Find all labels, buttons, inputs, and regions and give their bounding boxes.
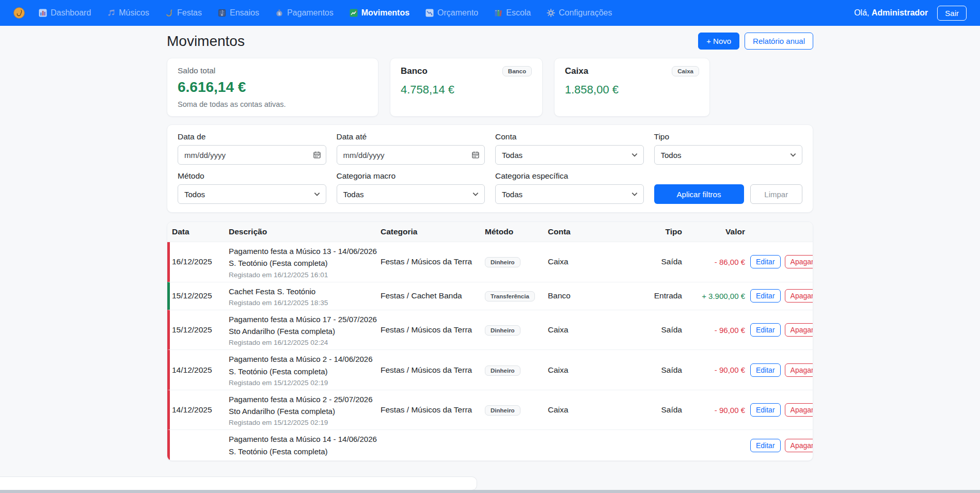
- movement-value: - 90,00 €: [682, 406, 745, 415]
- account-card-caixa: Caixa Caixa 1.858,00 €: [554, 58, 710, 117]
- movement-account: Caixa: [548, 405, 623, 415]
- col-header-valor: Valor: [682, 227, 745, 236]
- movement-registered-at: Registado em 15/12/2025 02:19: [229, 419, 381, 426]
- movement-type: Saída: [623, 257, 682, 266]
- apply-filters-button[interactable]: Aplicar filtros: [654, 184, 744, 204]
- type-filter-select[interactable]: Todos: [654, 145, 803, 165]
- table-row: 14/12/2025 Pagamento festa a Músico 2 - …: [167, 390, 813, 430]
- nav-item-festas[interactable]: Festas: [165, 8, 202, 18]
- edit-button[interactable]: Editar: [750, 255, 781, 268]
- col-header-descricao: Descrição: [229, 227, 381, 236]
- total-balance-subtitle: Soma de todas as contas ativas.: [178, 100, 368, 108]
- movement-registered-at: Registado em 15/12/2025 02:19: [229, 379, 381, 387]
- nav-item-configuracoes[interactable]: Configurações: [546, 8, 612, 18]
- date-from-input[interactable]: [178, 145, 326, 165]
- col-header-tipo: Tipo: [623, 227, 682, 236]
- movement-description: Pagamento festa a Músico 2 - 14/06/2026 …: [229, 353, 381, 377]
- delete-button[interactable]: Apagar: [785, 439, 813, 452]
- new-movement-button[interactable]: + Novo: [698, 33, 739, 50]
- delete-button[interactable]: Apagar: [785, 363, 813, 377]
- top-nav: DashboardMúsicosFestasEnsaios$Pagamentos…: [0, 0, 980, 26]
- account-filter-label: Conta: [495, 132, 644, 141]
- edit-button[interactable]: Editar: [750, 439, 781, 452]
- nav-item-label: Ensaios: [230, 8, 259, 18]
- page-title: Movimentos: [167, 33, 245, 50]
- account-name: Banco: [401, 66, 428, 76]
- delete-button[interactable]: Apagar: [785, 323, 813, 337]
- delete-button[interactable]: Apagar: [785, 255, 813, 268]
- nav-item-musicos[interactable]: Músicos: [106, 8, 149, 18]
- logout-button[interactable]: Sair: [937, 6, 967, 21]
- movement-type: Saída: [623, 405, 682, 415]
- movement-value: - 96,00 €: [682, 326, 745, 335]
- movement-value: - 86,00 €: [682, 258, 745, 266]
- nav-menu: DashboardMúsicosFestasEnsaios$Pagamentos…: [38, 8, 612, 18]
- date-to-label: Data até: [337, 132, 485, 141]
- movement-category: Festas / Músicos da Terra: [381, 405, 485, 415]
- method-filter-select[interactable]: Todos: [178, 184, 326, 204]
- col-header-conta: Conta: [548, 227, 623, 236]
- nav-item-ensaios[interactable]: Ensaios: [217, 8, 259, 18]
- account-type-badge: Banco: [502, 66, 532, 76]
- gear-icon: [546, 8, 556, 18]
- type-filter-label: Tipo: [654, 132, 803, 141]
- movement-date: 16/12/2025: [172, 257, 229, 266]
- nav-item-dashboard[interactable]: Dashboard: [38, 8, 91, 18]
- movement-value: - 90,00 €: [682, 365, 745, 374]
- macro-category-filter-select[interactable]: Todas: [337, 184, 485, 204]
- movement-date: 15/12/2025: [172, 325, 229, 335]
- movement-description: Cachet Festa S. Teotónio: [229, 285, 381, 297]
- edit-button[interactable]: Editar: [750, 403, 781, 417]
- movement-type: Saída: [623, 365, 682, 375]
- books-icon: [494, 8, 503, 18]
- nav-item-label: Movimentos: [361, 8, 409, 18]
- payment-method-badge: Dinheiro: [485, 325, 520, 336]
- nav-item-movimentos[interactable]: Movimentos: [349, 8, 409, 18]
- clear-filters-button[interactable]: Limpar: [750, 184, 802, 204]
- movement-registered-at: Registado em 16/12/2025 02:24: [229, 339, 381, 346]
- date-from-label: Data de: [178, 132, 326, 141]
- movement-date: 14/12/2025: [172, 365, 229, 375]
- account-balance: 1.858,00 €: [565, 83, 699, 97]
- movement-category: Festas / Cachet Banda: [381, 291, 485, 300]
- nav-item-label: Dashboard: [51, 8, 91, 18]
- movement-description: Pagamento festa a Músico 2 - 25/07/2026 …: [229, 393, 381, 418]
- bottom-edge-strip: [0, 490, 980, 493]
- delete-button[interactable]: Apagar: [785, 403, 813, 417]
- movement-account: Caixa: [548, 325, 623, 335]
- nav-item-escola[interactable]: Escola: [494, 8, 531, 18]
- annual-report-button[interactable]: Relatório anual: [745, 33, 813, 50]
- payment-method-badge: Dinheiro: [485, 257, 520, 267]
- movement-account: Banco: [548, 291, 623, 300]
- specific-category-filter-select[interactable]: Todas: [495, 184, 644, 204]
- movement-registered-at: Registado em 16/12/2025 18:35: [229, 299, 381, 307]
- movement-category: Festas / Músicos da Terra: [381, 257, 485, 266]
- payment-method-badge: Transferência: [485, 291, 535, 301]
- nav-item-orcamento[interactable]: Orçamento: [425, 8, 478, 18]
- col-header-categoria: Categoria: [381, 227, 485, 236]
- nav-item-pagamentos[interactable]: $Pagamentos: [275, 8, 334, 18]
- movement-date: 14/12/2025: [172, 405, 229, 415]
- movement-description: Pagamento festa a Músico 14 - 14/06/2026…: [229, 433, 381, 457]
- music-notes-icon: [106, 8, 116, 18]
- method-filter-label: Método: [178, 171, 326, 181]
- movement-value: + 3.900,00 €: [682, 292, 745, 300]
- date-to-input[interactable]: [337, 145, 485, 165]
- edit-button[interactable]: Editar: [750, 363, 781, 377]
- app-logo-saxophone-icon[interactable]: [13, 7, 25, 19]
- table-row: Pagamento festa a Músico 14 - 14/06/2026…: [167, 430, 813, 460]
- movement-type: Entrada: [623, 291, 682, 300]
- musical-score-icon: [217, 8, 227, 18]
- account-card-banco: Banco Banco 4.758,14 €: [390, 58, 543, 117]
- user-greeting: Olá, Administrador: [854, 8, 928, 18]
- table-row: 16/12/2025 Pagamento festa a Músico 13 -…: [167, 242, 813, 282]
- chart-up-icon: [349, 8, 358, 18]
- bottom-overlay-bar: [0, 476, 477, 490]
- account-filter-select[interactable]: Todas: [495, 145, 644, 165]
- delete-button[interactable]: Apagar: [785, 289, 813, 303]
- edit-button[interactable]: Editar: [750, 289, 781, 303]
- chart-down-icon: [425, 8, 434, 18]
- edit-button[interactable]: Editar: [750, 323, 781, 337]
- col-header-metodo: Método: [485, 227, 548, 236]
- nav-item-label: Pagamentos: [287, 8, 334, 18]
